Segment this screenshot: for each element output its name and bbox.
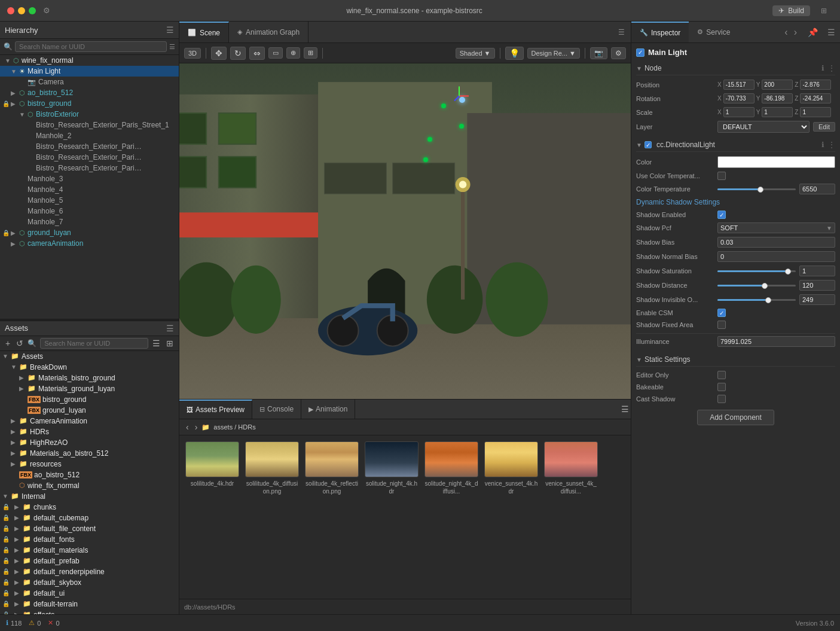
resources-arrow[interactable]: ▶ — [11, 461, 19, 467]
mat-ao-bistro-arrow[interactable]: ▶ — [11, 450, 19, 456]
transform-gizmo[interactable] — [447, 84, 471, 110]
viewport-design-res-button[interactable]: Design Re... ▼ — [527, 48, 580, 59]
window-controls[interactable] — [7, 7, 36, 14]
dir-light-info-icon[interactable]: ℹ — [821, 141, 824, 149]
scale-x-input[interactable] — [723, 107, 755, 117]
hierarchy-item-manhole-6[interactable]: Manhole_6 — [0, 206, 179, 217]
tab-scene[interactable]: ⬜ Scene — [179, 22, 229, 42]
assets-list-view-button[interactable]: ☰ — [151, 338, 162, 349]
viewport-scale-button[interactable]: ⇔ — [249, 47, 265, 60]
shadow-fixed-area-checkbox[interactable] — [717, 321, 726, 329]
asset-item-venice-sunset-diffusi[interactable]: venice_sunset_4k_diffusi... — [544, 441, 598, 495]
scene-tab-more[interactable]: ☰ — [612, 28, 631, 36]
hierarchy-item-manhole-5[interactable]: Manhole_5 — [0, 195, 179, 206]
assets-item-fbx-ao-bistro[interactable]: ▶ FBX ao_bistro_512 — [0, 470, 179, 480]
editor-only-checkbox[interactable] — [717, 371, 726, 379]
skybox-arrow[interactable]: ▶ — [14, 579, 23, 586]
asset-item-solitude-night-hdr[interactable]: solitude_night_4k.hdr — [365, 441, 419, 495]
rotation-x-input[interactable] — [723, 93, 755, 103]
root-expand-arrow[interactable]: ▼ — [5, 57, 13, 64]
assets-item-resources[interactable]: ▶ 📁 resources — [0, 459, 179, 470]
dir-light-more-icon[interactable]: ⋮ — [828, 141, 835, 149]
position-y-input[interactable] — [762, 80, 793, 90]
tab-assets-preview[interactable]: 🖼 Assets Preview — [179, 400, 252, 419]
assets-item-mat-ground-luyan[interactable]: ▶ 📁 Materials_ground_luyan — [0, 383, 179, 394]
assets-item-mat-ao-bistro[interactable]: ▶ 📁 Materials_ao_bistro_512 — [0, 448, 179, 459]
assets-item-effects[interactable]: 🔒 ▶ 📁 effects — [0, 609, 179, 615]
layer-edit-button[interactable]: Edit — [813, 122, 835, 132]
assets-root-arrow[interactable]: ▼ — [2, 353, 11, 359]
dynamic-shadow-link[interactable]: Dynamic Shadow Settings — [636, 198, 720, 207]
node-section-header[interactable]: ▼ Node ℹ ⋮ — [636, 62, 835, 75]
close-button[interactable] — [7, 7, 14, 14]
inspector-pin-button[interactable]: 📌 — [803, 25, 823, 39]
camera-anim-arrow[interactable]: ▶ — [11, 240, 19, 247]
shadow-saturation-thumb[interactable] — [785, 269, 791, 275]
hierarchy-menu-icon[interactable]: ☰ — [166, 25, 174, 35]
assets-item-default-ui[interactable]: 🔒 ▶ 📁 default_ui — [0, 588, 179, 599]
ground-luyan-arrow[interactable]: ▶ — [11, 230, 19, 236]
mat-ground-luyan-arrow[interactable]: ▶ — [19, 385, 28, 392]
assets-item-root[interactable]: ▼ 📁 Assets — [0, 351, 179, 362]
inspector-forward-button[interactable]: › — [792, 26, 799, 39]
tab-animation[interactable]: ▶ Animation — [301, 400, 355, 419]
cast-shadow-checkbox[interactable] — [717, 395, 726, 403]
viewport-light-button[interactable]: 💡 — [505, 47, 524, 60]
maximize-button[interactable] — [29, 7, 36, 14]
asset-item-venice-sunset-hdr[interactable]: venice_sunset_4k.hdr — [484, 441, 538, 495]
hierarchy-item-camera-animation[interactable]: ▶ ⬡ cameraAnimation — [0, 238, 179, 249]
asset-item-solitude-night-diffusi[interactable]: solitude_night_4k_diffusi... — [424, 441, 478, 495]
prefab-arrow[interactable]: ▶ — [14, 557, 23, 564]
shadow-distance-thumb[interactable] — [762, 283, 768, 289]
shadow-invisible-slider-container[interactable] — [717, 299, 796, 301]
assets-item-chunks[interactable]: 🔒 ▶ 📁 chunks — [0, 502, 179, 513]
assets-refresh-button[interactable]: ↺ — [14, 338, 25, 349]
hierarchy-item-bistro-ground[interactable]: 🔒 ▶ ⬡ bistro_ground — [0, 98, 179, 109]
viewport-transform-button[interactable]: ⊕ — [286, 47, 300, 59]
shadow-saturation-slider-container[interactable] — [717, 270, 796, 272]
hierarchy-item-street-2[interactable]: ▶ Bistro_Research_Exterior_Paris_Street_… — [0, 141, 179, 152]
breadcrumb-back-button[interactable]: ‹ — [184, 422, 191, 432]
hierarchy-item-ao-bistro[interactable]: ▶ ⬡ ao_bistro_512 — [0, 87, 179, 98]
shadow-invisible-slider-track[interactable] — [717, 299, 796, 301]
directional-light-section-header[interactable]: ▼ ✓ cc.DirectionalLight ℹ ⋮ — [636, 138, 835, 152]
build-button[interactable]: ✈ Build — [772, 5, 810, 16]
viewport-rotate-button[interactable]: ↻ — [230, 47, 246, 60]
hierarchy-search-input[interactable] — [15, 41, 167, 52]
hierarchy-item-main-light[interactable]: ▼ ☀ Main Light — [0, 66, 179, 77]
bistro-exterior-arrow[interactable]: ▼ — [19, 111, 28, 118]
hierarchy-item-root[interactable]: ▼ ⬡ wine_fix_normal — [0, 55, 179, 66]
color-temp-slider-container[interactable] — [717, 188, 796, 190]
bottom-tab-more[interactable]: ☰ — [619, 404, 631, 414]
3d-viewport[interactable] — [179, 63, 631, 399]
camera-anim-asset-arrow[interactable]: ▶ — [11, 417, 19, 424]
assets-item-default-prefab[interactable]: 🔒 ▶ 📁 default_prefab — [0, 556, 179, 566]
node-info-icon[interactable]: ℹ — [821, 64, 824, 72]
minimize-button[interactable] — [18, 7, 25, 14]
breadcrumb-forward-button[interactable]: › — [193, 422, 200, 432]
shadow-distance-input[interactable] — [799, 280, 835, 291]
ao-bistro-arrow[interactable]: ▶ — [11, 90, 19, 96]
assets-item-default-renderpipeline[interactable]: 🔒 ▶ 📁 default_renderpipeline — [0, 566, 179, 577]
shadow-invisible-input[interactable] — [799, 294, 835, 305]
shadow-pcf-dropdown[interactable]: SOFT ▼ — [717, 222, 835, 233]
shadow-saturation-slider-track[interactable] — [717, 270, 796, 272]
assets-item-hdrs[interactable]: ▶ 📁 HDRs — [0, 426, 179, 437]
assets-item-camera-anim[interactable]: ▶ 📁 CameraAnimation — [0, 416, 179, 426]
internal-root-arrow[interactable]: ▼ — [2, 493, 11, 499]
node-more-icon[interactable]: ⋮ — [828, 64, 835, 72]
assets-item-breakdown[interactable]: ▼ 📁 BreakDown — [0, 362, 179, 373]
hierarchy-item-bistro-exterior[interactable]: ▼ ⬡ BistroExterior — [0, 109, 179, 120]
assets-item-default-fonts[interactable]: 🔒 ▶ 📁 default_fonts — [0, 534, 179, 545]
asset-item-solitude-reflection[interactable]: soilitude_4k_reflection.png — [305, 441, 359, 495]
viewport-snap-button[interactable]: ⊞ — [304, 47, 317, 59]
shadow-invisible-thumb[interactable] — [765, 297, 771, 303]
color-swatch[interactable] — [717, 156, 835, 168]
position-x-input[interactable] — [723, 80, 755, 90]
shadow-normal-bias-input[interactable] — [717, 251, 835, 262]
shadow-saturation-input[interactable] — [799, 266, 835, 276]
viewport-3d-button[interactable]: 3D — [184, 48, 201, 59]
assets-item-default-materials[interactable]: 🔒 ▶ 📁 default_materials — [0, 545, 179, 556]
color-temp-slider-track[interactable] — [717, 188, 796, 190]
bistro-ground-arrow[interactable]: ▶ — [11, 100, 19, 107]
